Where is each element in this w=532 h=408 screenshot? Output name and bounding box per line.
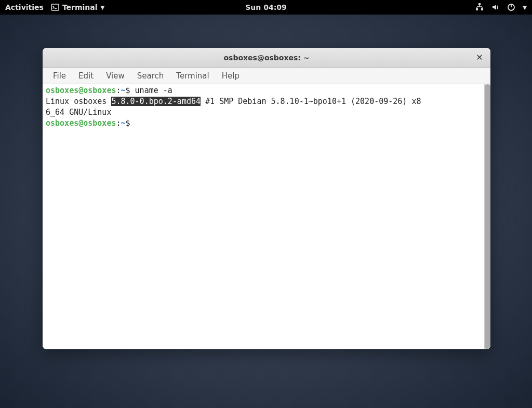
panel-left: Activities Terminal ▼ [5,3,104,11]
volume-icon[interactable] [491,3,500,11]
terminal-window: osboxes@osboxes: ~ ✕ File Edit View Sear… [43,48,490,349]
svg-rect-3 [476,8,478,10]
output-line2-post: #1 SMP Debian 5.8.10-1~bpo10+1 (2020-09-… [201,97,421,106]
output-line3: 6_64 GNU/Linux [46,108,111,117]
power-icon[interactable] [507,3,515,11]
prompt-symbol-2: $ [126,119,135,128]
prompt-user-2: osboxes@osboxes [46,119,116,128]
window-title: osboxes@osboxes: ~ [223,54,309,62]
prompt-path: ~ [121,86,126,95]
output-line2-pre: Linux osboxes [46,97,111,106]
top-panel: Activities Terminal ▼ Sun 04:09 [0,0,532,15]
terminal-content[interactable]: osboxes@osboxes:~$ uname -a Linux osboxe… [43,84,484,349]
app-menu-button[interactable]: Terminal ▼ [51,3,104,11]
activities-button[interactable]: Activities [5,3,44,11]
app-menu-label: Terminal [62,3,98,11]
menu-terminal[interactable]: Terminal [170,69,215,83]
clock-label: Sun 04:09 [245,3,286,11]
svg-rect-2 [478,3,481,5]
titlebar[interactable]: osboxes@osboxes: ~ ✕ [43,48,490,68]
close-icon: ✕ [476,52,483,62]
command-text: uname -a [135,86,172,95]
output-highlight-kernel: 5.8.0-0.bpo.2-amd64 [111,97,201,106]
prompt-symbol: $ [126,86,135,95]
menu-edit[interactable]: Edit [72,69,100,83]
svg-rect-0 [51,4,59,10]
prompt-colon-2: : [116,119,121,128]
menu-help[interactable]: Help [216,69,246,83]
menu-view[interactable]: View [100,69,131,83]
menubar: File Edit View Search Terminal Help [43,68,490,84]
panel-clock[interactable]: Sun 04:09 [245,3,286,11]
scrollbar[interactable] [484,84,490,349]
prompt-colon: : [116,86,121,95]
network-icon[interactable] [475,3,484,12]
panel-right: ▼ [475,3,527,12]
activities-label: Activities [5,3,44,11]
scrollbar-thumb[interactable] [485,84,490,349]
chevron-down-icon: ▼ [101,5,105,10]
prompt-path-2: ~ [121,119,126,128]
close-button[interactable]: ✕ [474,52,485,63]
prompt-user: osboxes@osboxes [46,86,116,95]
terminal-icon [51,3,59,11]
terminal-body: osboxes@osboxes:~$ uname -a Linux osboxe… [43,84,490,349]
menu-file[interactable]: File [47,69,72,83]
menu-search[interactable]: Search [131,69,170,83]
system-menu-chevron-icon[interactable]: ▼ [523,5,527,10]
svg-rect-4 [481,8,483,10]
